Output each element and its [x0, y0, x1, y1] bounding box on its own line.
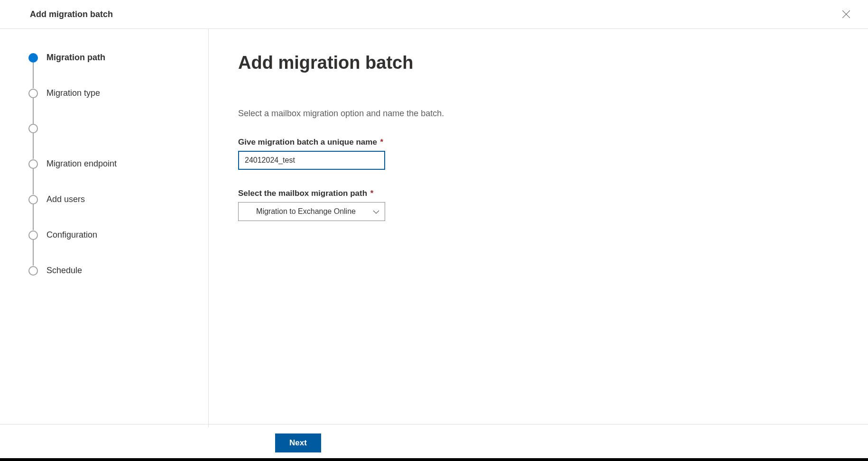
dialog-title: Add migration batch	[30, 9, 113, 19]
step-label: Add users	[46, 194, 85, 204]
step-marker-icon	[28, 159, 38, 169]
migration-path-label-text: Select the mailbox migration path	[238, 189, 367, 198]
step-configuration[interactable]: Configuration	[28, 230, 208, 240]
step-list: Migration path Migration type Migration …	[28, 53, 208, 276]
close-button[interactable]	[839, 7, 854, 22]
batch-name-input[interactable]	[238, 151, 385, 170]
step-connector	[33, 63, 34, 88]
step-marker-icon	[28, 124, 38, 133]
step-migration-endpoint[interactable]: Migration endpoint	[28, 159, 208, 169]
step-connector	[33, 98, 34, 124]
step-marker-icon	[28, 266, 38, 276]
step-schedule[interactable]: Schedule	[28, 266, 208, 276]
migration-path-group: Select the mailbox migration path * Migr…	[238, 189, 868, 221]
step-add-users[interactable]: Add users	[28, 194, 208, 204]
step-label: Configuration	[46, 230, 97, 240]
step-connector	[33, 240, 34, 266]
step-connector	[33, 204, 34, 230]
step-label: Migration endpoint	[46, 159, 117, 169]
required-indicator: *	[370, 189, 374, 198]
page-title: Add migration batch	[238, 53, 868, 73]
migration-path-select[interactable]: Migration to Exchange Online	[238, 202, 385, 221]
page-description: Select a mailbox migration option and na…	[238, 109, 868, 119]
step-marker-icon	[28, 53, 38, 63]
migration-path-label: Select the mailbox migration path *	[238, 189, 868, 198]
step-connector	[33, 133, 34, 159]
step-label: Migration type	[46, 88, 100, 98]
dialog-footer: Next	[0, 424, 868, 461]
step-label: Migration path	[46, 53, 105, 63]
step-label: Schedule	[46, 266, 82, 276]
required-indicator: *	[380, 138, 384, 147]
step-marker-icon	[28, 230, 38, 240]
batch-name-label-text: Give migration batch a unique name	[238, 138, 377, 147]
wizard-sidebar: Migration path Migration type Migration …	[0, 29, 209, 427]
next-button[interactable]: Next	[275, 433, 321, 452]
close-icon	[842, 10, 850, 18]
step-migration-path[interactable]: Migration path	[28, 53, 208, 63]
bottom-border	[0, 458, 868, 461]
step-marker-icon	[28, 195, 38, 204]
step-marker-icon	[28, 89, 38, 98]
dialog-header: Add migration batch	[0, 0, 868, 29]
step-connector	[33, 169, 34, 194]
batch-name-group: Give migration batch a unique name *	[238, 138, 868, 170]
step-migration-type[interactable]: Migration type	[28, 88, 208, 98]
step-prerequisite[interactable]	[28, 124, 208, 133]
main-panel: Add migration batch Select a mailbox mig…	[209, 29, 868, 427]
batch-name-label: Give migration batch a unique name *	[238, 138, 868, 147]
dialog-content: Migration path Migration type Migration …	[0, 29, 868, 427]
migration-path-select-wrapper: Migration to Exchange Online	[238, 202, 385, 221]
